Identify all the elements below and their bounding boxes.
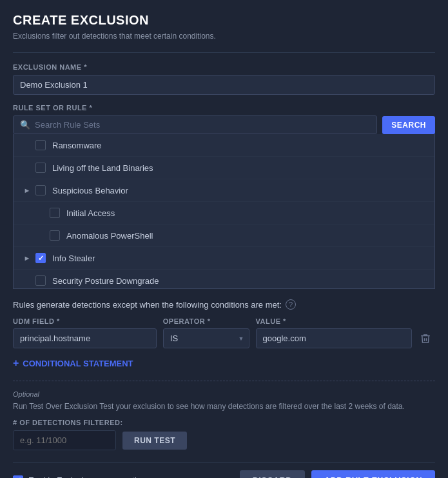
search-input[interactable] — [35, 120, 370, 130]
rule-item[interactable]: Security Posture Downgrade — [14, 270, 434, 289]
help-icon[interactable]: ? — [286, 299, 296, 310]
rule-item[interactable]: ► Suspicious Behavior — [14, 179, 434, 202]
detections-filtered-input[interactable] — [13, 430, 116, 450]
rule-item[interactable]: ► Info Stealer — [14, 247, 434, 270]
enable-label: Enable Exclusion upon creation — [28, 475, 146, 478]
search-input-wrap: 🔍 — [13, 115, 377, 134]
section-divider — [13, 381, 435, 381]
rule-item[interactable]: Initial Access — [14, 202, 434, 224]
rule-name: Anomalous PowerShell — [66, 231, 153, 241]
run-test-button[interactable]: RUN TEST — [122, 432, 187, 450]
checkbox-anomalous-powershell[interactable] — [50, 230, 60, 241]
rule-name: Initial Access — [66, 208, 115, 218]
header-divider — [13, 52, 435, 53]
rule-item[interactable]: Living off the Land Binaries — [14, 157, 434, 179]
detections-label: # OF DETECTIONS FILTERED: — [13, 419, 435, 426]
footer-buttons: DISCARD ADD RULE EXCLUSION — [240, 470, 435, 478]
rule-set-label: RULE SET OR RULE * — [13, 104, 435, 112]
add-exclusion-button[interactable]: ADD RULE EXCLUSION — [311, 470, 435, 478]
enable-row: Enable Exclusion upon creation — [13, 475, 146, 479]
rule-name: Living off the Land Binaries — [52, 163, 153, 173]
rule-list: Ransomware Living off the Land Binaries … — [13, 134, 435, 289]
value-input[interactable] — [256, 328, 413, 348]
rule-name: Ransomware — [52, 141, 102, 150]
exclusion-name-input[interactable] — [13, 75, 435, 95]
rule-item[interactable]: Anomalous PowerShell — [14, 224, 434, 247]
enable-checkbox[interactable] — [13, 475, 23, 479]
rule-name: Suspicious Behavior — [52, 186, 128, 195]
udm-field-label: UDM FIELD * — [13, 317, 157, 325]
checkbox-lotlb[interactable] — [35, 163, 46, 173]
checkbox-info-stealer[interactable] — [35, 253, 46, 263]
page-title: CREATE EXCLUSION — [13, 13, 435, 28]
discard-button[interactable]: DISCARD — [240, 470, 305, 478]
chevron-icon[interactable]: ► — [23, 254, 32, 263]
operator-select[interactable]: IS IS NOT CONTAINS MATCHES — [163, 328, 249, 348]
operator-label: OPERATOR * — [163, 317, 249, 325]
udm-field-input[interactable] — [13, 328, 157, 348]
footer: Enable Exclusion upon creation DISCARD A… — [13, 462, 435, 478]
rule-item[interactable]: Ransomware — [14, 134, 434, 157]
checkbox-security-posture-downgrade[interactable] — [35, 275, 46, 286]
checkbox-initial-access[interactable] — [50, 208, 60, 218]
plus-icon: + — [13, 357, 19, 369]
checkbox-ransomware[interactable] — [35, 140, 46, 150]
run-test-description: Run Test Over Exclusion Test your exclus… — [13, 401, 435, 412]
chevron-icon[interactable]: ► — [23, 186, 32, 195]
search-icon: 🔍 — [20, 120, 30, 130]
checkbox-suspicious-behavior[interactable] — [35, 185, 46, 195]
exclusion-name-label: EXCLUSION NAME * — [13, 63, 435, 71]
rule-name: Info Stealer — [52, 254, 95, 263]
delete-condition-button[interactable] — [416, 329, 435, 348]
conditions-label: Rules generate detections except when th… — [13, 299, 435, 310]
page-subtitle: Exclusions filter out detections that me… — [13, 32, 435, 41]
rule-name: Security Posture Downgrade — [52, 276, 159, 286]
optional-label: Optional — [13, 390, 435, 398]
add-condition-button[interactable]: + CONDITIONAL STATEMENT — [13, 355, 133, 372]
operator-select-wrap: IS IS NOT CONTAINS MATCHES — [163, 328, 249, 348]
value-label: VALUE * — [256, 317, 413, 325]
search-button[interactable]: SEARCH — [382, 116, 435, 134]
